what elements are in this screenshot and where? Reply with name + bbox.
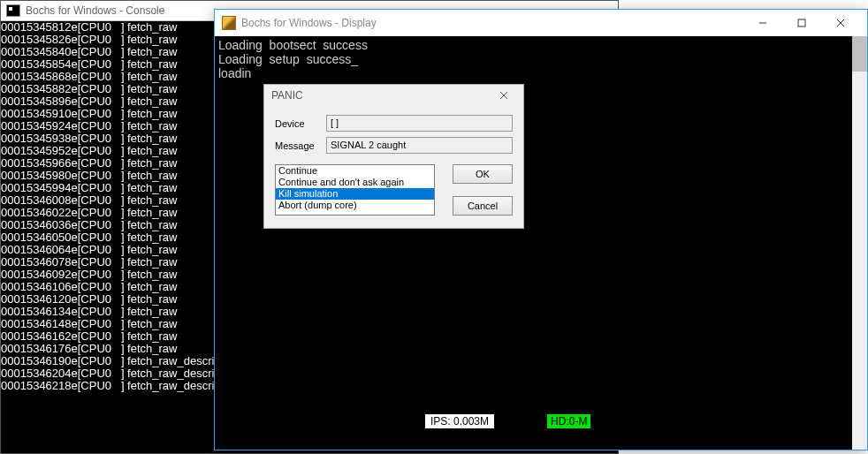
scrollbar-thumb[interactable] (852, 36, 867, 72)
maximize-button[interactable] (782, 11, 821, 35)
console-icon (6, 4, 20, 17)
display-titlebar[interactable]: Bochs for Windows - Display (215, 10, 867, 36)
svg-rect-1 (798, 19, 805, 26)
display-line: loadin (218, 66, 849, 80)
panic-title-text: PANIC (271, 89, 303, 102)
panic-option-list[interactable]: ContinueContinue and don't ask againKill… (275, 164, 435, 216)
device-label: Device (275, 118, 326, 129)
display-line: Loading setup success_ (218, 52, 849, 66)
panic-option[interactable]: Kill simulation (276, 188, 434, 200)
status-ips: IPS: 0.003M (425, 414, 494, 428)
cancel-button[interactable]: Cancel (453, 196, 513, 216)
status-strip: IPS: 0.003M HD:0-M (425, 413, 590, 429)
minimize-button[interactable] (743, 11, 782, 35)
close-button[interactable] (821, 11, 860, 35)
display-window: Bochs for Windows - Display Loading boot… (214, 9, 868, 450)
device-value: [ ] (326, 115, 513, 132)
message-value: SIGNAL 2 caught (326, 137, 513, 154)
display-line: Loading bootsect success (218, 38, 849, 52)
console-title-text: Bochs for Windows - Console (26, 4, 164, 17)
display-title-text: Bochs for Windows - Display (241, 17, 377, 29)
panic-option[interactable]: Continue and don't ask again (276, 177, 434, 188)
status-hd: HD:0-M (547, 414, 590, 428)
panic-option[interactable]: Abort (dump core) (276, 200, 434, 211)
panic-dialog: PANIC Device [ ] Message SIGNAL 2 caught… (263, 84, 524, 229)
ok-button[interactable]: OK (453, 164, 513, 184)
close-icon[interactable] (491, 86, 516, 105)
panic-option[interactable]: Continue (276, 165, 434, 177)
vertical-scrollbar[interactable] (852, 36, 867, 450)
bochs-icon (222, 16, 236, 30)
panic-titlebar[interactable]: PANIC (264, 85, 523, 106)
message-label: Message (275, 140, 326, 151)
